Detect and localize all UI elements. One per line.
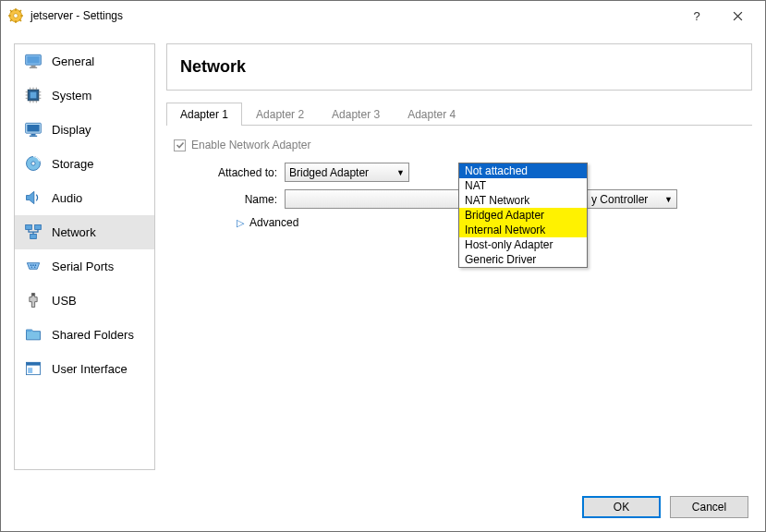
- svg-line-9: [10, 19, 12, 21]
- window-title: jetserver - Settings: [30, 9, 676, 22]
- tab-adapter-1[interactable]: Adapter 1: [166, 103, 242, 126]
- svg-line-6: [10, 10, 12, 12]
- svg-rect-15: [30, 92, 37, 99]
- sidebar-item-label: Audio: [52, 191, 82, 205]
- titlebar: jetserver - Settings ?: [1, 1, 765, 30]
- panel-title: Network: [180, 57, 738, 77]
- tab-adapter-3[interactable]: Adapter 3: [318, 103, 394, 126]
- chevron-down-icon: ▼: [664, 195, 673, 204]
- sidebar: General System Display Storage Audio Net…: [14, 43, 155, 470]
- network-icon: [24, 223, 43, 241]
- svg-point-33: [31, 162, 35, 165]
- svg-point-41: [34, 266, 36, 268]
- svg-point-37: [30, 264, 32, 266]
- panel-header: Network: [166, 43, 752, 91]
- sidebar-item-label: General: [52, 54, 94, 68]
- sidebar-item-usb[interactable]: USB: [15, 284, 154, 318]
- sidebar-item-label: USB: [52, 294, 77, 308]
- sidebar-item-system[interactable]: System: [15, 79, 154, 113]
- svg-point-40: [31, 266, 33, 268]
- tab-adapter-2[interactable]: Adapter 2: [242, 103, 318, 126]
- dialog-footer: OK Cancel: [1, 483, 765, 531]
- chip-icon: [24, 86, 43, 104]
- svg-rect-34: [26, 225, 32, 230]
- sidebar-item-serial-ports[interactable]: Serial Ports: [15, 249, 154, 284]
- sidebar-item-label: User Interface: [52, 362, 128, 376]
- usb-icon: [24, 291, 43, 309]
- svg-rect-45: [27, 362, 41, 365]
- folder-icon: [24, 325, 43, 344]
- dropdown-item[interactable]: Bridged Adapter: [459, 208, 587, 223]
- svg-line-8: [19, 10, 21, 12]
- svg-rect-42: [32, 294, 35, 296]
- dropdown-item[interactable]: NAT Network: [459, 193, 587, 208]
- enable-adapter-row: Enable Network Adapter: [174, 139, 752, 151]
- sidebar-item-shared-folders[interactable]: Shared Folders: [15, 318, 154, 352]
- attached-to-dropdown: Not attached NAT NAT Network Bridged Ada…: [458, 163, 588, 268]
- dropdown-item[interactable]: Generic Driver: [459, 252, 587, 267]
- svg-rect-29: [27, 125, 39, 132]
- attached-to-select[interactable]: Bridged Adapter ▼: [285, 163, 409, 182]
- close-button[interactable]: [717, 3, 758, 29]
- svg-point-39: [35, 264, 37, 266]
- sidebar-item-network[interactable]: Network: [15, 215, 154, 249]
- svg-rect-36: [30, 235, 37, 239]
- display-icon: [24, 120, 43, 139]
- sidebar-item-audio[interactable]: Audio: [15, 181, 154, 215]
- serial-icon: [24, 257, 43, 275]
- sidebar-item-label: Network: [52, 225, 96, 239]
- svg-point-38: [32, 264, 34, 266]
- chevron-down-icon: ▼: [396, 168, 405, 177]
- sidebar-item-general[interactable]: General: [15, 44, 154, 79]
- svg-rect-46: [28, 368, 32, 373]
- sidebar-item-display[interactable]: Display: [15, 113, 154, 147]
- svg-rect-43: [27, 330, 32, 332]
- sidebar-item-storage[interactable]: Storage: [15, 147, 154, 181]
- disk-icon: [24, 154, 43, 173]
- dropdown-item[interactable]: Host-only Adapter: [459, 237, 587, 252]
- enable-adapter-checkbox[interactable]: [174, 139, 186, 151]
- sidebar-item-label: Shared Folders: [52, 328, 134, 342]
- sidebar-item-label: System: [52, 89, 91, 103]
- attached-to-value: Bridged Adapter: [289, 166, 369, 179]
- cancel-button[interactable]: Cancel: [670, 496, 748, 518]
- dropdown-item[interactable]: NAT: [459, 178, 587, 193]
- name-label: Name:: [174, 193, 285, 206]
- attached-to-label: Attached to:: [174, 166, 285, 179]
- svg-rect-35: [35, 225, 42, 230]
- monitor-icon: [24, 52, 43, 70]
- settings-window: jetserver - Settings ? General System Di…: [0, 0, 766, 532]
- ok-button[interactable]: OK: [582, 496, 661, 518]
- gear-icon: [8, 8, 23, 23]
- help-button[interactable]: ?: [676, 3, 717, 29]
- triangle-right-icon: ▷: [237, 217, 244, 229]
- sidebar-item-label: Storage: [52, 157, 94, 171]
- svg-rect-31: [30, 136, 37, 137]
- svg-rect-12: [31, 66, 36, 67]
- adapter-tabs: Adapter 1 Adapter 2 Adapter 3 Adapter 4: [166, 102, 752, 126]
- check-icon: [176, 140, 185, 150]
- dropdown-item[interactable]: Not attached: [459, 163, 587, 178]
- panel-content: Adapter 1 Adapter 2 Adapter 3 Adapter 4 …: [166, 91, 752, 470]
- main-panel: Network Adapter 1 Adapter 2 Adapter 3 Ad…: [166, 43, 752, 470]
- ui-icon: [24, 359, 43, 378]
- svg-rect-11: [27, 56, 39, 64]
- dialog-body: General System Display Storage Audio Net…: [1, 30, 765, 483]
- svg-point-1: [14, 14, 18, 18]
- name-value-suffix: y Controller: [591, 193, 648, 206]
- sidebar-item-label: Display: [52, 123, 91, 137]
- svg-rect-30: [31, 134, 36, 136]
- sidebar-item-user-interface[interactable]: User Interface: [15, 352, 154, 386]
- svg-rect-13: [30, 67, 37, 68]
- sidebar-item-label: Serial Ports: [52, 260, 114, 273]
- tab-adapter-4[interactable]: Adapter 4: [394, 103, 469, 126]
- speaker-icon: [24, 188, 43, 207]
- advanced-label: Advanced: [249, 216, 298, 229]
- svg-line-7: [19, 19, 21, 21]
- dropdown-item[interactable]: Internal Network: [459, 223, 587, 237]
- enable-adapter-label: Enable Network Adapter: [191, 139, 310, 151]
